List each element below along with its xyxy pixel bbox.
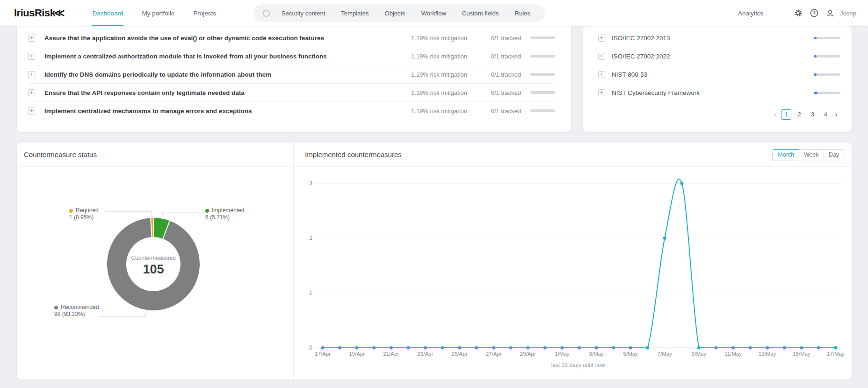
range-day-button[interactable]: Day bbox=[824, 149, 844, 160]
data-point-26-apr bbox=[475, 346, 478, 350]
data-point-7-may bbox=[663, 237, 666, 240]
nav-tab-my-portfolio[interactable]: My portfolio bbox=[142, 0, 175, 26]
data-point-5-may bbox=[629, 346, 632, 350]
legend-name: Recommended bbox=[61, 304, 99, 310]
expand-plus-icon[interactable] bbox=[598, 89, 605, 96]
top-navigation-bar: IriusRisk DashboardMy portfolioProjects … bbox=[0, 0, 868, 26]
data-point-29-apr bbox=[526, 346, 529, 350]
x-tick-label: 19/Apr bbox=[349, 351, 365, 357]
pill-item-custom-fields[interactable]: Custom fields bbox=[454, 10, 507, 17]
progress-bar bbox=[530, 36, 555, 39]
data-point-9-may bbox=[697, 346, 701, 350]
standards-list-card: ISO/IEC 27002:2013 ISO/IEC 27002:2022 NI… bbox=[583, 26, 852, 132]
expand-plus-icon[interactable] bbox=[28, 53, 35, 60]
pill-item-objects[interactable]: Objects bbox=[377, 10, 413, 17]
countermeasure-row[interactable]: Implement centralized mechanisms to mana… bbox=[28, 102, 555, 120]
progress-bar bbox=[530, 73, 555, 76]
data-point-22-apr bbox=[406, 346, 410, 350]
countermeasure-row[interactable]: Implement a centralized authorization mo… bbox=[28, 47, 555, 65]
progress-bar bbox=[530, 55, 555, 57]
data-point-17-apr bbox=[321, 346, 325, 350]
data-point-1-may bbox=[560, 346, 564, 350]
analytics-link[interactable]: Analytics bbox=[738, 10, 763, 17]
leader-line-recommended bbox=[100, 310, 146, 316]
countermeasure-row[interactable]: Ensure that the API responses contain on… bbox=[28, 84, 555, 102]
expand-plus-icon[interactable] bbox=[598, 71, 605, 78]
standard-progress-bar bbox=[814, 92, 840, 94]
standard-title: ISO/IEC 27002:2022 bbox=[612, 53, 814, 60]
range-week-button[interactable]: Week bbox=[799, 149, 824, 160]
standard-progress-bar bbox=[814, 73, 840, 76]
panel-header: Countermeasure status bbox=[17, 143, 293, 167]
nav-tab-label: Dashboard bbox=[92, 10, 123, 17]
pill-item-security-content[interactable]: Security content bbox=[274, 10, 333, 17]
username-label[interactable]: Josep bbox=[840, 10, 856, 17]
data-point-28-apr bbox=[509, 346, 513, 350]
standard-row[interactable]: ISO/IEC 27002:2022 bbox=[598, 47, 840, 65]
data-point-20-apr bbox=[372, 346, 376, 350]
data-point-15-may bbox=[800, 346, 803, 350]
expand-plus-icon[interactable] bbox=[28, 89, 35, 96]
expand-plus-icon[interactable] bbox=[28, 71, 35, 78]
x-tick-label: 17/Apr bbox=[315, 351, 331, 357]
data-point-18-apr bbox=[338, 346, 341, 350]
risk-mitigation-label: 1.19% risk mitigation bbox=[397, 53, 467, 60]
range-segmented-control: MonthWeekDay bbox=[773, 149, 844, 160]
countermeasure-row[interactable]: Assure that the application avoids the u… bbox=[28, 29, 555, 47]
standard-row[interactable]: ISO/IEC 27002:2013 bbox=[598, 29, 840, 47]
data-point-25-apr bbox=[458, 346, 461, 350]
nav-right-section: Analytics ? Josep bbox=[738, 9, 856, 17]
pill-item-rules[interactable]: Rules bbox=[507, 10, 538, 17]
svg-text:?: ? bbox=[813, 11, 816, 16]
implemented-countermeasures-line-chart: 012317/Apr19/Apr21/Apr23/Apr25/Apr27/Apr… bbox=[294, 167, 852, 380]
pagination-prev-icon[interactable]: ‹ bbox=[772, 110, 780, 119]
expand-plus-icon[interactable] bbox=[28, 108, 35, 115]
data-point-2-may bbox=[578, 346, 581, 350]
legend-name: Required bbox=[76, 207, 99, 214]
pagination-page-4[interactable]: 4 bbox=[820, 109, 831, 120]
pill-item-templates[interactable]: Templates bbox=[333, 10, 376, 17]
pagination-page-2[interactable]: 2 bbox=[794, 109, 804, 120]
settings-gear-icon[interactable] bbox=[794, 9, 803, 17]
y-tick-label: 3 bbox=[309, 180, 312, 187]
expand-plus-icon[interactable] bbox=[598, 35, 605, 42]
expand-plus-icon[interactable] bbox=[598, 53, 605, 60]
pagination-page-1[interactable]: 1 bbox=[781, 109, 791, 120]
standard-title: NIST Cybersecurity Framework bbox=[612, 89, 814, 96]
countermeasure-title: Identify the DNS domains periodically to… bbox=[44, 71, 397, 78]
standard-row[interactable]: NIST Cybersecurity Framework bbox=[598, 84, 840, 102]
data-point-4-may bbox=[612, 346, 615, 350]
pagination-page-3[interactable]: 3 bbox=[807, 109, 817, 120]
legend-dot-icon bbox=[205, 209, 209, 213]
iriusrisk-logo[interactable]: IriusRisk bbox=[14, 7, 63, 19]
security-content-circle-icon bbox=[263, 10, 270, 17]
x-tick-label: 9/May bbox=[692, 351, 707, 357]
nav-tab-projects[interactable]: Projects bbox=[193, 0, 216, 26]
implemented-countermeasures-panel: Implemented countermeasures MonthWeekDay… bbox=[294, 143, 852, 380]
donut-slice-recommended bbox=[116, 228, 190, 301]
data-point-8-may bbox=[680, 182, 683, 185]
x-tick-label: 17/May bbox=[827, 351, 845, 357]
user-avatar-icon[interactable] bbox=[826, 9, 834, 17]
charts-card: Countermeasure status Countermeasures 10… bbox=[17, 143, 852, 380]
nav-tab-label: My portfolio bbox=[142, 10, 175, 17]
pagination-next-icon[interactable]: › bbox=[832, 110, 840, 119]
standard-row[interactable]: NIST 800-53 bbox=[598, 65, 840, 84]
nav-tab-dashboard[interactable]: Dashboard bbox=[92, 0, 123, 26]
standard-progress-fill bbox=[814, 37, 817, 39]
pill-item-workflow[interactable]: Workflow bbox=[413, 10, 454, 17]
pagination: ‹ 1234 › bbox=[598, 109, 840, 120]
main-tabs: DashboardMy portfolioProjects bbox=[92, 0, 235, 26]
standard-progress-bar bbox=[814, 37, 840, 39]
data-point-17-may bbox=[834, 346, 838, 350]
y-tick-label: 1 bbox=[309, 290, 312, 296]
range-month-button[interactable]: Month bbox=[773, 149, 799, 160]
help-icon[interactable]: ? bbox=[810, 9, 818, 17]
countermeasure-title: Ensure that the API responses contain on… bbox=[44, 89, 397, 96]
countermeasure-title: Implement centralized mechanisms to mana… bbox=[44, 108, 397, 115]
expand-plus-icon[interactable] bbox=[28, 35, 35, 42]
countermeasure-row[interactable]: Identify the DNS domains periodically to… bbox=[28, 65, 555, 84]
panel-header: Implemented countermeasures MonthWeekDay bbox=[294, 143, 852, 167]
tracked-label: 0/1 tracked bbox=[467, 53, 521, 60]
standard-title: ISO/IEC 27002:2013 bbox=[612, 35, 814, 42]
